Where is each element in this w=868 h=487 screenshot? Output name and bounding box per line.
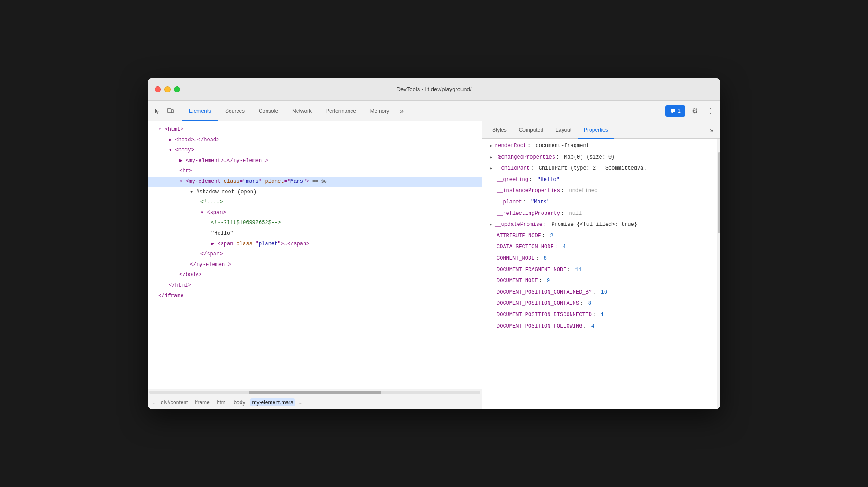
tab-styles[interactable]: Styles bbox=[486, 122, 513, 139]
prop-planet[interactable]: __planet : "Mars" bbox=[482, 197, 717, 208]
more-icon: ⋮ bbox=[707, 107, 714, 115]
toolbar-icons bbox=[151, 105, 177, 117]
dom-line-html[interactable]: ▾ <html> bbox=[148, 125, 482, 135]
left-panel: ▾ <html> ▶ <head>…</head> ▾ <body> ▶ <my… bbox=[148, 121, 482, 409]
tab-computed[interactable]: Computed bbox=[513, 122, 549, 139]
toolbar-right: 1 ⚙ ⋮ bbox=[665, 105, 717, 117]
maximize-button[interactable] bbox=[174, 86, 180, 92]
devtools-window: DevTools - lit.dev/playground/ E bbox=[148, 78, 720, 409]
horizontal-scrollbar[interactable] bbox=[148, 389, 482, 395]
dom-line-my-element-mars[interactable]: ▾ <my-element class="mars" planet="Mars"… bbox=[148, 177, 482, 187]
top-toolbar: Elements Sources Console Network Perform… bbox=[148, 101, 720, 121]
breadcrumb-more-right[interactable]: ... bbox=[298, 399, 303, 406]
prop-DOCUMENT_POSITION_DISCONNECTED[interactable]: DOCUMENT_POSITION_DISCONNECTED : 1 bbox=[482, 310, 717, 321]
device-toggle-button[interactable] bbox=[164, 105, 177, 117]
prop-renderRoot[interactable]: ▶ renderRoot : document-fragment bbox=[482, 140, 717, 152]
tab-console[interactable]: Console bbox=[252, 101, 285, 121]
traffic-lights bbox=[155, 86, 180, 92]
dom-line-body[interactable]: ▾ <body> bbox=[148, 145, 482, 156]
svg-rect-1 bbox=[171, 110, 173, 113]
prop-DOCUMENT_POSITION_CONTAINED_BY[interactable]: DOCUMENT_POSITION_CONTAINED_BY : 16 bbox=[482, 287, 717, 299]
scrollbar-track bbox=[149, 391, 480, 394]
dom-line-span[interactable]: ▾ <span> bbox=[148, 208, 482, 218]
tab-properties[interactable]: Properties bbox=[578, 122, 614, 139]
dom-tree[interactable]: ▾ <html> ▶ <head>…</head> ▾ <body> ▶ <my… bbox=[148, 121, 482, 389]
tab-performance[interactable]: Performance bbox=[319, 101, 363, 121]
prop-DOCUMENT_NODE[interactable]: DOCUMENT_NODE : 9 bbox=[482, 276, 717, 287]
dom-line-close-span[interactable]: </span> bbox=[148, 249, 482, 260]
tab-network[interactable]: Network bbox=[285, 101, 319, 121]
expand-renderRoot[interactable]: ▶ bbox=[490, 142, 492, 150]
breadcrumb-div-content[interactable]: div#content bbox=[159, 398, 189, 406]
dom-line-head[interactable]: ▶ <head>…</head> bbox=[148, 135, 482, 146]
dom-line-comment-1[interactable]: <!----> bbox=[148, 197, 482, 208]
tag-html: ▾ <html> bbox=[158, 126, 184, 133]
tab-sources[interactable]: Sources bbox=[218, 101, 252, 121]
prop-COMMENT_NODE[interactable]: COMMENT_NODE : 8 bbox=[482, 253, 717, 265]
prop-DOCUMENT_POSITION_CONTAINS[interactable]: DOCUMENT_POSITION_CONTAINS : 8 bbox=[482, 298, 717, 310]
tab-layout[interactable]: Layout bbox=[549, 122, 578, 139]
right-scrollbar[interactable] bbox=[717, 139, 720, 409]
close-button[interactable] bbox=[155, 86, 161, 92]
feedback-count: 1 bbox=[678, 108, 681, 114]
right-more-tabs-button[interactable]: » bbox=[706, 122, 717, 139]
tab-memory[interactable]: Memory bbox=[363, 101, 396, 121]
breadcrumb-body[interactable]: body bbox=[232, 398, 247, 406]
dom-line-span-planet[interactable]: ▶ <span class="planet">…</span> bbox=[148, 239, 482, 250]
scrollbar-thumb bbox=[249, 391, 381, 394]
element-picker-button[interactable] bbox=[151, 105, 163, 117]
prop-CDATA_SECTION_NODE[interactable]: CDATA_SECTION_NODE : 4 bbox=[482, 242, 717, 253]
minimize-button[interactable] bbox=[164, 86, 171, 92]
dom-line-hello[interactable]: "Hello" bbox=[148, 229, 482, 239]
window-title: DevTools - lit.dev/playground/ bbox=[397, 86, 472, 92]
feedback-button[interactable]: 1 bbox=[665, 105, 685, 117]
dom-line-shadow-root[interactable]: ▾ #shadow-root (open) bbox=[148, 187, 482, 198]
right-scrollbar-thumb bbox=[718, 152, 720, 233]
right-panel: Styles Computed Layout Properties » ▶ re… bbox=[482, 121, 720, 409]
dom-line-my-element-1[interactable]: ▶ <my-element>…</my-element> bbox=[148, 156, 482, 166]
prop-childPart[interactable]: ▶ __childPart : ChildPart {type: 2, _$co… bbox=[482, 163, 717, 174]
titlebar: DevTools - lit.dev/playground/ bbox=[148, 78, 720, 101]
prop-DOCUMENT_POSITION_FOLLOWING[interactable]: DOCUMENT_POSITION_FOLLOWING : 4 bbox=[482, 321, 717, 332]
dom-line-hr[interactable]: <hr> bbox=[148, 166, 482, 177]
settings-button[interactable]: ⚙ bbox=[689, 105, 701, 117]
breadcrumb-bar: ... div#content iframe html body my-elem… bbox=[148, 395, 482, 409]
dom-line-close-my-element[interactable]: </my-element> bbox=[148, 260, 482, 270]
breadcrumb-more-left[interactable]: ... bbox=[151, 399, 156, 406]
breadcrumb-my-element-mars[interactable]: my-element.mars bbox=[250, 398, 295, 406]
more-tabs-button[interactable]: » bbox=[396, 101, 407, 121]
prop-DOCUMENT_FRAGMENT_NODE[interactable]: DOCUMENT_FRAGMENT_NODE : 11 bbox=[482, 265, 717, 276]
prop-instanceProperties[interactable]: __instanceProperties : undefined bbox=[482, 185, 717, 197]
svg-rect-0 bbox=[168, 108, 171, 113]
prop-greeting[interactable]: __greeting : "Hello" bbox=[482, 174, 717, 186]
right-tabs: Styles Computed Layout Properties » bbox=[482, 121, 720, 139]
expand-updatePromise[interactable]: ▶ bbox=[490, 221, 492, 229]
devtools-body: Elements Sources Console Network Perform… bbox=[148, 101, 720, 409]
prop-reflectingProperty[interactable]: __reflectingProperty : null bbox=[482, 208, 717, 220]
breadcrumb-iframe[interactable]: iframe bbox=[193, 398, 211, 406]
prop-ATTRIBUTE_NODE[interactable]: ATTRIBUTE_NODE : 2 bbox=[482, 231, 717, 242]
right-panel-inner: ▶ renderRoot : document-fragment ▶ _$cha… bbox=[482, 139, 720, 409]
dom-line-close-iframe[interactable]: </iframe bbox=[148, 291, 482, 302]
properties-panel[interactable]: ▶ renderRoot : document-fragment ▶ _$cha… bbox=[482, 139, 717, 409]
main-tabs: Elements Sources Console Network Perform… bbox=[182, 101, 664, 121]
dom-line-close-body[interactable]: </body> bbox=[148, 270, 482, 280]
more-options-button[interactable]: ⋮ bbox=[705, 105, 717, 117]
expand-changedProperties[interactable]: ▶ bbox=[490, 154, 492, 162]
main-content: ▾ <html> ▶ <head>…</head> ▾ <body> ▶ <my… bbox=[148, 121, 720, 409]
expand-childPart[interactable]: ▶ bbox=[490, 165, 492, 173]
tab-elements[interactable]: Elements bbox=[182, 101, 218, 121]
prop-updatePromise[interactable]: ▶ __updatePromise : Promise {<fulfilled>… bbox=[482, 219, 717, 231]
dom-line-lit-comment[interactable]: <!--?lit$106992652$--> bbox=[148, 218, 482, 229]
prop-changedProperties[interactable]: ▶ _$changedProperties : Map(0) {size: 0} bbox=[482, 152, 717, 163]
dom-line-close-html[interactable]: </html> bbox=[148, 280, 482, 291]
breadcrumb-html[interactable]: html bbox=[215, 398, 229, 406]
settings-icon: ⚙ bbox=[692, 107, 698, 115]
